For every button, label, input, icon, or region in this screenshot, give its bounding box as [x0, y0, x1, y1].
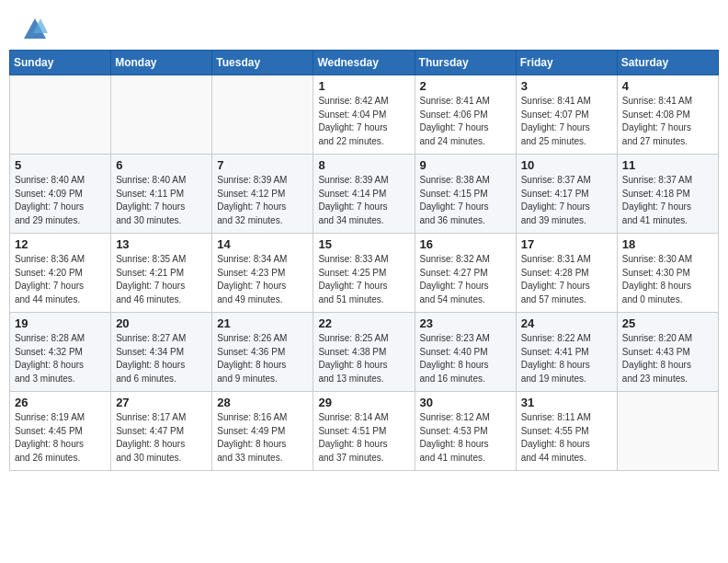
- calendar-cell: [10, 75, 111, 155]
- calendar-cell: 16Sunrise: 8:32 AM Sunset: 4:27 PM Dayli…: [415, 234, 516, 313]
- calendar-cell: 11Sunrise: 8:37 AM Sunset: 4:18 PM Dayli…: [617, 155, 718, 234]
- day-info: Sunrise: 8:33 AM Sunset: 4:25 PM Dayligh…: [318, 253, 409, 306]
- day-of-week-header: Sunday: [10, 51, 111, 75]
- day-number: 12: [15, 237, 106, 251]
- day-info: Sunrise: 8:28 AM Sunset: 4:32 PM Dayligh…: [15, 332, 106, 385]
- day-info: Sunrise: 8:37 AM Sunset: 4:18 PM Dayligh…: [622, 174, 713, 227]
- calendar-week: 1Sunrise: 8:42 AM Sunset: 4:04 PM Daylig…: [10, 75, 719, 155]
- day-number: 22: [318, 316, 409, 330]
- calendar-cell: 7Sunrise: 8:39 AM Sunset: 4:12 PM Daylig…: [212, 155, 313, 234]
- day-number: 16: [420, 237, 511, 251]
- calendar-cell: 26Sunrise: 8:19 AM Sunset: 4:45 PM Dayli…: [10, 392, 111, 471]
- day-info: Sunrise: 8:26 AM Sunset: 4:36 PM Dayligh…: [217, 332, 308, 385]
- calendar-cell: 21Sunrise: 8:26 AM Sunset: 4:36 PM Dayli…: [212, 313, 313, 392]
- day-number: 25: [622, 316, 713, 330]
- day-info: Sunrise: 8:30 AM Sunset: 4:30 PM Dayligh…: [622, 253, 713, 306]
- calendar-cell: [617, 392, 718, 471]
- day-number: 20: [116, 316, 207, 330]
- day-number: 3: [521, 79, 612, 93]
- calendar-week: 26Sunrise: 8:19 AM Sunset: 4:45 PM Dayli…: [10, 392, 719, 471]
- day-of-week-header: Thursday: [415, 51, 516, 75]
- day-number: 18: [622, 237, 713, 251]
- day-number: 14: [217, 237, 308, 251]
- day-number: 27: [116, 396, 207, 409]
- calendar-header: SundayMondayTuesdayWednesdayThursdayFrid…: [10, 51, 719, 75]
- day-info: Sunrise: 8:38 AM Sunset: 4:15 PM Dayligh…: [420, 174, 511, 227]
- day-of-week-header: Monday: [111, 51, 212, 75]
- calendar-cell: 23Sunrise: 8:23 AM Sunset: 4:40 PM Dayli…: [415, 313, 516, 392]
- calendar-week: 5Sunrise: 8:40 AM Sunset: 4:09 PM Daylig…: [10, 155, 719, 234]
- day-info: Sunrise: 8:36 AM Sunset: 4:20 PM Dayligh…: [15, 253, 106, 306]
- day-info: Sunrise: 8:41 AM Sunset: 4:06 PM Dayligh…: [420, 95, 511, 148]
- day-info: Sunrise: 8:41 AM Sunset: 4:08 PM Dayligh…: [622, 95, 713, 148]
- day-info: Sunrise: 8:22 AM Sunset: 4:41 PM Dayligh…: [521, 332, 612, 385]
- day-number: 6: [116, 158, 207, 172]
- day-of-week-header: Saturday: [617, 51, 718, 75]
- calendar-cell: 8Sunrise: 8:39 AM Sunset: 4:14 PM Daylig…: [313, 155, 415, 234]
- day-number: 31: [521, 396, 612, 409]
- day-number: 10: [521, 158, 612, 172]
- day-info: Sunrise: 8:39 AM Sunset: 4:12 PM Dayligh…: [217, 174, 308, 227]
- day-number: 11: [622, 158, 713, 172]
- day-info: Sunrise: 8:34 AM Sunset: 4:23 PM Dayligh…: [217, 253, 308, 306]
- day-info: Sunrise: 8:11 AM Sunset: 4:55 PM Dayligh…: [521, 411, 612, 465]
- calendar-body: 1Sunrise: 8:42 AM Sunset: 4:04 PM Daylig…: [10, 75, 719, 471]
- day-of-week-header: Friday: [516, 51, 617, 75]
- logo: [22, 17, 51, 42]
- day-number: 9: [420, 158, 511, 172]
- calendar-cell: 5Sunrise: 8:40 AM Sunset: 4:09 PM Daylig…: [10, 155, 111, 234]
- day-number: 13: [116, 237, 207, 251]
- day-info: Sunrise: 8:17 AM Sunset: 4:47 PM Dayligh…: [116, 411, 207, 465]
- page: SundayMondayTuesdayWednesdayThursdayFrid…: [0, 0, 728, 563]
- calendar-cell: 24Sunrise: 8:22 AM Sunset: 4:41 PM Dayli…: [516, 313, 617, 392]
- calendar-cell: 20Sunrise: 8:27 AM Sunset: 4:34 PM Dayli…: [111, 313, 212, 392]
- day-number: 8: [318, 158, 409, 172]
- day-info: Sunrise: 8:14 AM Sunset: 4:51 PM Dayligh…: [318, 411, 409, 465]
- day-number: 29: [318, 396, 409, 409]
- day-number: 28: [217, 396, 308, 409]
- day-of-week-header: Tuesday: [212, 51, 313, 75]
- calendar-cell: 12Sunrise: 8:36 AM Sunset: 4:20 PM Dayli…: [10, 234, 111, 313]
- logo-icon: [22, 17, 48, 42]
- day-number: 4: [622, 79, 713, 93]
- day-info: Sunrise: 8:25 AM Sunset: 4:38 PM Dayligh…: [318, 332, 409, 385]
- header: [0, 0, 728, 50]
- calendar-cell: 6Sunrise: 8:40 AM Sunset: 4:11 PM Daylig…: [111, 155, 212, 234]
- day-number: 26: [15, 396, 106, 409]
- day-info: Sunrise: 8:27 AM Sunset: 4:34 PM Dayligh…: [116, 332, 207, 385]
- day-info: Sunrise: 8:20 AM Sunset: 4:43 PM Dayligh…: [622, 332, 713, 385]
- day-number: 21: [217, 316, 308, 330]
- day-info: Sunrise: 8:31 AM Sunset: 4:28 PM Dayligh…: [521, 253, 612, 306]
- calendar-cell: [212, 75, 313, 155]
- day-info: Sunrise: 8:35 AM Sunset: 4:21 PM Dayligh…: [116, 253, 207, 306]
- day-info: Sunrise: 8:23 AM Sunset: 4:40 PM Dayligh…: [420, 332, 511, 385]
- calendar-cell: 25Sunrise: 8:20 AM Sunset: 4:43 PM Dayli…: [617, 313, 718, 392]
- calendar-cell: 4Sunrise: 8:41 AM Sunset: 4:08 PM Daylig…: [617, 75, 718, 155]
- day-number: 23: [420, 316, 511, 330]
- calendar-cell: 30Sunrise: 8:12 AM Sunset: 4:53 PM Dayli…: [415, 392, 516, 471]
- day-info: Sunrise: 8:12 AM Sunset: 4:53 PM Dayligh…: [420, 411, 511, 465]
- calendar-cell: 14Sunrise: 8:34 AM Sunset: 4:23 PM Dayli…: [212, 234, 313, 313]
- calendar-cell: 15Sunrise: 8:33 AM Sunset: 4:25 PM Dayli…: [313, 234, 415, 313]
- day-number: 24: [521, 316, 612, 330]
- calendar-cell: 17Sunrise: 8:31 AM Sunset: 4:28 PM Dayli…: [516, 234, 617, 313]
- header-row: SundayMondayTuesdayWednesdayThursdayFrid…: [10, 51, 719, 75]
- day-info: Sunrise: 8:19 AM Sunset: 4:45 PM Dayligh…: [15, 411, 106, 465]
- calendar-cell: 27Sunrise: 8:17 AM Sunset: 4:47 PM Dayli…: [111, 392, 212, 471]
- day-number: 7: [217, 158, 308, 172]
- calendar-cell: 18Sunrise: 8:30 AM Sunset: 4:30 PM Dayli…: [617, 234, 718, 313]
- calendar-cell: 1Sunrise: 8:42 AM Sunset: 4:04 PM Daylig…: [313, 75, 415, 155]
- calendar-cell: [111, 75, 212, 155]
- calendar-cell: 2Sunrise: 8:41 AM Sunset: 4:06 PM Daylig…: [415, 75, 516, 155]
- day-number: 30: [420, 396, 511, 409]
- calendar-week: 19Sunrise: 8:28 AM Sunset: 4:32 PM Dayli…: [10, 313, 719, 392]
- calendar-cell: 19Sunrise: 8:28 AM Sunset: 4:32 PM Dayli…: [10, 313, 111, 392]
- day-number: 1: [318, 79, 409, 93]
- calendar-cell: 9Sunrise: 8:38 AM Sunset: 4:15 PM Daylig…: [415, 155, 516, 234]
- calendar-table: SundayMondayTuesdayWednesdayThursdayFrid…: [9, 50, 719, 471]
- calendar-cell: 29Sunrise: 8:14 AM Sunset: 4:51 PM Dayli…: [313, 392, 415, 471]
- calendar-wrap: SundayMondayTuesdayWednesdayThursdayFrid…: [0, 50, 728, 480]
- day-info: Sunrise: 8:42 AM Sunset: 4:04 PM Dayligh…: [318, 95, 409, 148]
- day-number: 17: [521, 237, 612, 251]
- day-info: Sunrise: 8:40 AM Sunset: 4:09 PM Dayligh…: [15, 174, 106, 227]
